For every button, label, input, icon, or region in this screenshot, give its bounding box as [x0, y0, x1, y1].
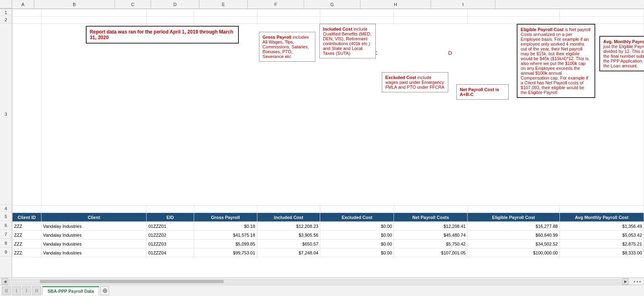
r2-f[interactable]	[320, 17, 394, 24]
scroll-track[interactable]	[9, 279, 621, 283]
d2-eligible[interactable]: $60,640.99	[468, 231, 560, 240]
col-header-d[interactable]: D	[151, 0, 199, 8]
row-num-1[interactable]: 1	[0, 9, 12, 16]
r1-i[interactable]	[559, 9, 644, 17]
row-num-2[interactable]: 2	[0, 16, 12, 23]
d4-eid[interactable]: 01ZZZ04	[147, 248, 194, 257]
d3-included[interactable]: $650.57	[257, 240, 320, 248]
r2-c[interactable]	[147, 17, 194, 24]
d1-avg[interactable]: $1,356.49	[559, 222, 644, 231]
d2-gross[interactable]: $41,575.18	[194, 231, 257, 240]
d1-excluded[interactable]: $0.00	[320, 222, 394, 231]
d4-excluded[interactable]: $0.00	[320, 248, 394, 257]
tab-nav-prev[interactable]: ⟨	[12, 286, 21, 295]
r4-i[interactable]	[559, 206, 644, 213]
d3-avg[interactable]: $2,875.21	[559, 240, 644, 248]
r4-g[interactable]	[394, 206, 468, 213]
included-cost-note: Included Cost include Qualified Benefits…	[319, 24, 376, 58]
scroll-right-btn[interactable]: ▶	[622, 278, 629, 285]
data-row-1: ZZZ Vandalay Industries 01ZZZ01 $0.18 $1…	[12, 222, 644, 231]
d3-client-id[interactable]: ZZZ	[12, 240, 41, 248]
col-header-f[interactable]: F	[248, 0, 304, 8]
r4-f[interactable]	[320, 206, 394, 213]
row-num-5[interactable]: 5	[0, 212, 12, 221]
r4-c[interactable]	[147, 206, 194, 213]
d3-gross[interactable]: $5,099.85	[194, 240, 257, 248]
d1-included[interactable]: $12,208.23	[257, 222, 320, 231]
d1-gross[interactable]: $0.18	[194, 222, 257, 231]
d4-client-id[interactable]: ZZZ	[12, 248, 41, 257]
r3-a[interactable]	[12, 24, 41, 206]
col-header-i[interactable]: I	[431, 0, 495, 8]
d4-gross[interactable]: $99,753.01	[194, 248, 257, 257]
d1-eligible[interactable]: $16,277.88	[468, 222, 560, 231]
column-headers: A B C D E F G H I	[0, 0, 644, 9]
r4-h[interactable]	[468, 206, 560, 213]
r2-e[interactable]	[257, 17, 320, 24]
d2-included[interactable]: $3,905.56	[257, 231, 320, 240]
tab-nav-last[interactable]: ⟩⟩	[32, 286, 41, 295]
d2-avg[interactable]: $5,053.42	[559, 231, 644, 240]
row-num-9[interactable]: 9	[0, 248, 12, 256]
tab-nav-first[interactable]: ⟨⟨	[2, 286, 11, 295]
r2-i[interactable]	[559, 17, 644, 24]
scroll-left-btn[interactable]: ◀	[2, 278, 8, 285]
r1-f[interactable]	[320, 9, 394, 17]
r2-b[interactable]	[41, 17, 146, 24]
sheet-tab-sba-ppp[interactable]: SBA-PPP Payroll Data	[42, 286, 99, 295]
row-4	[12, 206, 644, 213]
r1-c[interactable]	[147, 9, 194, 17]
header-avg-monthly: Avg Monthly Payroll Cost	[559, 213, 644, 222]
tab-nav-next[interactable]: ⟩	[22, 286, 31, 295]
row-num-4[interactable]: 4	[0, 205, 12, 212]
r1-b[interactable]	[41, 9, 146, 17]
d3-excluded[interactable]: $0.00	[320, 240, 394, 248]
col-header-g[interactable]: G	[304, 0, 360, 8]
d4-net[interactable]: $107,001.05	[394, 248, 468, 257]
d4-client[interactable]: Vandalay Industries	[41, 248, 146, 257]
d2-net[interactable]: $45,480.74	[394, 231, 468, 240]
row-num-3[interactable]: 3	[0, 23, 12, 205]
col-header-c[interactable]: C	[115, 0, 151, 8]
r2-h[interactable]	[468, 17, 560, 24]
header-row: Client ID Client EID Gross Payroll Inclu…	[12, 213, 644, 222]
col-header-e[interactable]: E	[199, 0, 248, 8]
r4-b[interactable]	[41, 206, 146, 213]
row-num-8[interactable]: 8	[0, 239, 12, 248]
d4-included[interactable]: $7,248.04	[257, 248, 320, 257]
row-num-6[interactable]: 6	[0, 221, 12, 230]
col-header-h[interactable]: H	[360, 0, 431, 8]
header-included-cost: Included Cost	[257, 213, 320, 222]
d3-eligible[interactable]: $34,502.52	[468, 240, 560, 248]
r4-d[interactable]	[194, 206, 257, 213]
d1-eid[interactable]: 01ZZZ01	[147, 222, 194, 231]
d2-eid[interactable]: 01ZZZ02	[147, 231, 194, 240]
r1-h[interactable]	[468, 9, 560, 17]
d2-client[interactable]: Vandalay Industries	[41, 231, 146, 240]
d1-net[interactable]: $12,208.41	[394, 222, 468, 231]
col-header-a[interactable]: A	[12, 0, 34, 8]
sheet-body: 1 2 3 4 5 6 7 8 9	[0, 9, 644, 277]
r2-g[interactable]	[394, 17, 468, 24]
d4-eligible[interactable]: $100,000.00	[468, 248, 560, 257]
r2-d[interactable]	[194, 17, 257, 24]
row-num-7[interactable]: 7	[0, 230, 12, 239]
r1-g[interactable]	[394, 9, 468, 17]
d4-avg[interactable]: $8,333.00	[559, 248, 644, 257]
r1-d[interactable]	[194, 9, 257, 17]
d2-excluded[interactable]: $0.00	[320, 231, 394, 240]
col-header-b[interactable]: B	[34, 0, 115, 8]
r4-e[interactable]	[257, 206, 320, 213]
r1-a[interactable]	[12, 9, 41, 17]
add-sheet-button[interactable]: ⊕	[100, 286, 109, 295]
d1-client[interactable]: Vandalay Industries	[41, 222, 146, 231]
d3-net[interactable]: $5,750.42	[394, 240, 468, 248]
r1-e[interactable]	[257, 9, 320, 17]
horizontal-scrollbar[interactable]: ◀ ▶ • • •	[0, 277, 644, 285]
d3-eid[interactable]: 01ZZZ03	[147, 240, 194, 248]
d3-client[interactable]: Vandalay Industries	[41, 240, 146, 248]
r4-a[interactable]	[12, 206, 41, 213]
d2-client-id[interactable]: ZZZ	[12, 231, 41, 240]
d1-client-id[interactable]: ZZZ	[12, 222, 41, 231]
r2-a[interactable]	[12, 17, 41, 24]
